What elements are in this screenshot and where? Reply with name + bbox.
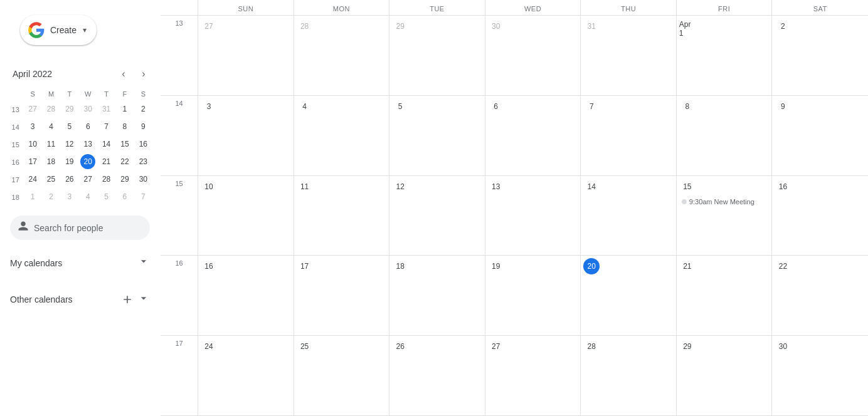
calendar-day-cell[interactable]: 25 [294,336,390,415]
mini-cal-day-number[interactable]: 5 [99,189,114,204]
calendar-day-number[interactable]: 3 [201,98,217,115]
calendar-day-cell[interactable]: 22 [772,256,868,335]
other-calendars-header[interactable]: Other calendars [10,286,150,313]
mini-cal-day-number[interactable]: 6 [80,119,95,134]
calendar-day-cell[interactable]: 30 [772,336,868,415]
mini-cal-day-number[interactable]: 19 [62,154,77,169]
mini-cal-day-number[interactable]: 30 [135,172,151,187]
mini-cal-day-number[interactable]: 23 [135,154,151,169]
calendar-day-cell[interactable]: 4 [294,96,390,175]
calendar-day-cell[interactable]: 11 [294,176,390,256]
mini-cal-day-number[interactable]: 1 [117,101,132,117]
mini-cal-week-num[interactable]: 18 [12,194,19,201]
mini-cal-day-number[interactable]: 12 [62,137,77,152]
calendar-day-cell[interactable]: 19 [485,256,581,335]
calendar-day-cell[interactable]: 29 [389,16,485,95]
calendar-day-number[interactable]: 4 [297,98,313,115]
calendar-day-number[interactable]: 7 [583,98,600,115]
mini-cal-day-number[interactable]: 27 [25,101,40,117]
calendar-day-cell[interactable]: 27 [485,336,581,415]
calendar-day-cell[interactable]: 21 [677,256,773,335]
mini-cal-day-number[interactable]: 16 [135,137,151,152]
mini-cal-day-number[interactable]: 7 [99,119,114,134]
search-people-bar[interactable]: Search for people [10,216,150,240]
add-other-calendar-icon[interactable] [119,291,136,308]
calendar-day-cell[interactable]: 12 [389,176,485,256]
calendar-day-number[interactable]: 9 [775,98,791,115]
mini-cal-day-number[interactable]: 28 [99,172,114,187]
calendar-day-number[interactable]: 10 [201,179,217,195]
mini-cal-day-number[interactable]: 10 [25,137,40,152]
mini-cal-day-number[interactable]: 3 [62,189,77,204]
calendar-day-number[interactable]: 19 [488,258,504,274]
calendar-day-cell[interactable]: 28 [294,16,390,95]
prev-month-button[interactable]: ‹ [115,65,132,83]
calendar-day-cell[interactable]: 6 [485,96,581,175]
calendar-day-cell[interactable]: 7 [581,96,677,175]
mini-cal-day-number[interactable]: 3 [25,119,40,134]
mini-cal-day-number[interactable]: 6 [117,189,132,204]
mini-cal-day-number[interactable]: 15 [117,137,132,152]
my-calendars-header[interactable]: My calendars [10,250,150,276]
calendar-day-cell[interactable]: 13 [485,176,581,256]
mini-cal-day-number[interactable]: 29 [62,101,77,117]
calendar-day-number[interactable]: 29 [392,18,408,34]
mini-cal-day-number[interactable]: 28 [44,101,59,117]
calendar-day-cell[interactable]: 26 [389,336,485,415]
calendar-day-cell[interactable]: 28 [581,336,677,415]
mini-cal-day-number[interactable]: 30 [80,101,95,117]
calendar-day-number[interactable]: 13 [488,179,504,195]
calendar-day-cell[interactable]: 16 [198,256,294,335]
calendar-day-cell[interactable]: Apr 1 [677,16,773,95]
mini-cal-day-number[interactable]: 18 [44,154,59,169]
calendar-day-number[interactable]: 24 [201,338,217,355]
mini-cal-day-number[interactable]: 5 [62,119,77,134]
mini-cal-day-number[interactable]: 20 [80,154,95,169]
calendar-day-number[interactable]: 30 [775,338,791,355]
mini-cal-day-number[interactable]: 17 [25,154,40,169]
calendar-day-number[interactable]: 12 [392,179,408,195]
calendar-day-number[interactable]: 2 [775,18,791,34]
calendar-day-number[interactable]: 25 [297,338,313,355]
calendar-day-number[interactable]: 8 [679,98,696,115]
calendar-day-number[interactable]: 16 [775,179,791,195]
mini-cal-day-number[interactable]: 11 [44,137,59,152]
calendar-day-number[interactable]: 20 [583,258,600,274]
mini-cal-day-number[interactable]: 13 [80,137,95,152]
calendar-day-cell[interactable]: 20 [581,256,677,335]
mini-cal-week-num[interactable]: 16 [12,159,19,166]
calendar-day-number[interactable]: Apr 1 [679,21,696,37]
calendar-day-cell[interactable]: 29 [677,336,773,415]
mini-cal-day-number[interactable]: 22 [117,154,132,169]
mini-cal-day-number[interactable]: 31 [99,101,114,117]
mini-cal-week-num[interactable]: 13 [12,106,19,113]
calendar-day-number[interactable]: 16 [201,258,217,274]
calendar-day-cell[interactable]: 16 [772,176,868,256]
calendar-day-cell[interactable]: 27 [198,16,294,95]
calendar-day-cell[interactable]: 18 [389,256,485,335]
calendar-day-number[interactable]: 27 [488,338,504,355]
calendar-day-cell[interactable]: 3 [198,96,294,175]
mini-cal-week-num[interactable]: 17 [12,176,19,184]
calendar-day-number[interactable]: 30 [488,18,504,34]
calendar-day-number[interactable]: 15 [679,179,696,195]
mini-cal-day-number[interactable]: 2 [44,189,59,204]
mini-cal-week-num[interactable]: 15 [12,141,19,148]
create-button[interactable]: Create ▾ [20,15,97,45]
calendar-day-cell[interactable]: 14 [581,176,677,256]
calendar-day-number[interactable]: 6 [488,98,504,115]
calendar-day-number[interactable]: 18 [392,258,408,274]
mini-cal-week-num[interactable]: 14 [12,123,19,131]
calendar-day-cell[interactable]: 31 [581,16,677,95]
calendar-day-number[interactable]: 28 [297,18,313,34]
calendar-day-number[interactable]: 26 [392,338,408,355]
mini-cal-day-number[interactable]: 7 [135,189,151,204]
mini-cal-day-number[interactable]: 27 [80,172,95,187]
mini-cal-day-number[interactable]: 2 [135,101,151,117]
mini-cal-day-number[interactable]: 1 [25,189,40,204]
mini-cal-day-number[interactable]: 26 [62,172,77,187]
mini-cal-day-number[interactable]: 9 [135,119,151,134]
calendar-day-number[interactable]: 21 [679,258,696,274]
calendar-day-number[interactable]: 14 [583,179,600,195]
calendar-day-number[interactable]: 5 [392,98,408,115]
